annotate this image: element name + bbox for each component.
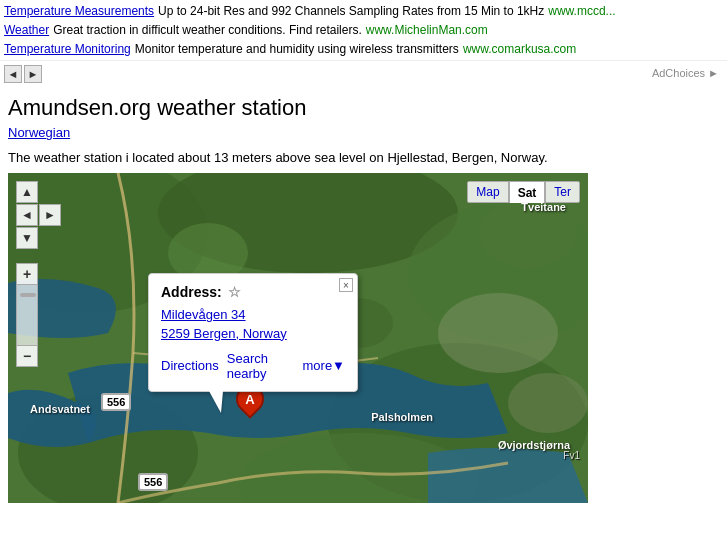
map-type-map-button[interactable]: Map	[467, 181, 508, 203]
page-title: Amundsen.org weather station	[0, 87, 727, 125]
ad-banner: Temperature Measurements Up to 24-bit Re…	[0, 0, 727, 61]
popup-actions: Directions Search nearby more▼	[161, 351, 345, 381]
pan-left-button[interactable]: ◄	[16, 204, 38, 226]
map-type-buttons: Map Sat Ter	[467, 181, 580, 203]
zoom-out-button[interactable]: −	[16, 345, 38, 367]
zoom-slider-track[interactable]	[16, 285, 38, 345]
ad-text-2: Great traction in difficult weather cond…	[53, 22, 362, 39]
info-popup: × Address: ☆ Mildevågen 34 5259 Bergen, …	[148, 273, 358, 391]
popup-close-button[interactable]: ×	[339, 278, 353, 292]
page-description: The weather station i located about 13 m…	[0, 146, 727, 173]
map-type-sat-button[interactable]: Sat	[509, 181, 546, 203]
more-link[interactable]: more▼	[303, 358, 346, 373]
route-badge-556-left: 556	[101, 393, 131, 411]
ad-row-3: Temperature Monitoring Monitor temperatu…	[4, 40, 723, 59]
nav-arrows: ◄ ►	[0, 61, 46, 87]
ad-row-2: Weather Great traction in difficult weat…	[4, 21, 723, 40]
directions-link[interactable]: Directions	[161, 358, 219, 373]
map-type-ter-button[interactable]: Ter	[545, 181, 580, 203]
nav-forward-button[interactable]: ►	[24, 65, 42, 83]
ad-text-1: Up to 24-bit Res and 992 Channels Sampli…	[158, 3, 544, 20]
zoom-in-button[interactable]: +	[16, 263, 38, 285]
ad-url-1: www.mccd...	[548, 3, 615, 20]
map-container[interactable]: ▲ ◄ ► ▼ + − Map Sat Ter 556 556 Tveitane…	[8, 173, 588, 503]
ad-choices: AdChoices ►	[648, 67, 727, 81]
ad-url-2: www.MichelinMan.com	[366, 22, 488, 39]
search-nearby-link[interactable]: Search nearby	[227, 351, 295, 381]
route-badge-556-right: 556	[138, 473, 168, 491]
pan-right-button[interactable]: ►	[39, 204, 61, 226]
svg-point-11	[508, 373, 588, 433]
pan-horizontal: ◄ ►	[16, 204, 61, 226]
svg-point-8	[478, 198, 578, 268]
ad-text-3: Monitor temperature and humidity using w…	[135, 41, 459, 58]
language-link[interactable]: Norwegian	[0, 125, 727, 146]
svg-point-10	[438, 293, 558, 373]
pan-up-button[interactable]: ▲	[16, 181, 38, 203]
popup-title: Address: ☆	[161, 284, 345, 300]
ad-link-2[interactable]: Weather	[4, 22, 49, 39]
ad-choices-icon: ►	[708, 67, 719, 79]
ad-link-1[interactable]: Temperature Measurements	[4, 3, 154, 20]
ad-row-1: Temperature Measurements Up to 24-bit Re…	[4, 2, 723, 21]
nav-back-button[interactable]: ◄	[4, 65, 22, 83]
zoom-slider-thumb	[20, 293, 36, 297]
pan-down-button[interactable]: ▼	[16, 227, 38, 249]
popup-star-icon[interactable]: ☆	[228, 284, 241, 300]
popup-address-line1[interactable]: Mildevågen 34	[161, 306, 345, 324]
popup-address-line2[interactable]: 5259 Bergen, Norway	[161, 325, 345, 343]
ad-link-3[interactable]: Temperature Monitoring	[4, 41, 131, 58]
map-controls: ▲ ◄ ► ▼	[16, 181, 61, 249]
ad-url-3: www.comarkusa.com	[463, 41, 576, 58]
zoom-controls: + −	[16, 263, 38, 367]
